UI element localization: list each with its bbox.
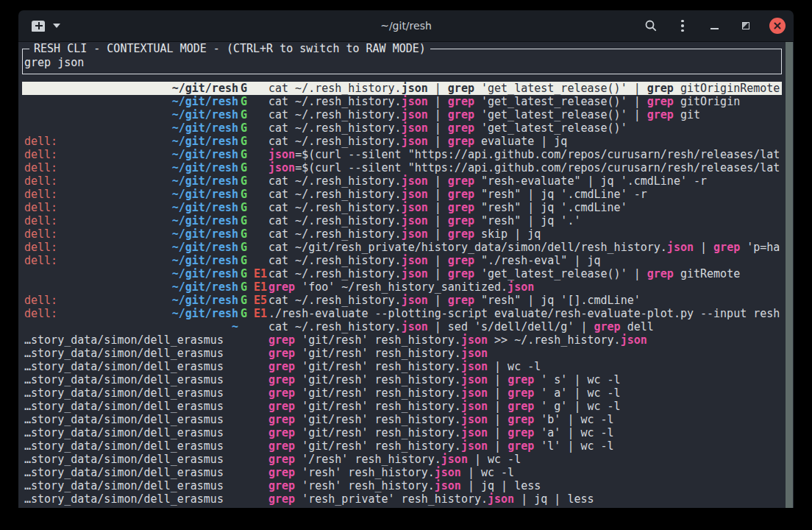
history-row[interactable]: dell:~/git/reshGcat ~/.resh_history.json…	[22, 227, 782, 241]
history-row[interactable]: ~/git/reshGcat ~/.resh_history.json | gr…	[22, 95, 782, 108]
row-left: …story_data/simon/dell_erasmus	[24, 413, 238, 426]
row-host: dell:	[24, 294, 57, 307]
history-row[interactable]: …story_data/simon/dell_erasmusgrep 'git/…	[22, 373, 782, 386]
row-command: grep 'git/resh' resh_history.json | grep…	[268, 439, 782, 453]
history-row[interactable]: …story_data/simon/dell_erasmusgrep 'git/…	[22, 386, 782, 400]
history-row[interactable]: dell:~/git/reshGcat ~/.resh_history.json…	[22, 201, 782, 214]
row-host: …story_data/simon/dell_erasmus	[24, 360, 224, 373]
row-left: dell:~/git/resh	[24, 227, 238, 241]
history-row[interactable]: …story_data/simon/dell_erasmusgrep 'resh…	[22, 492, 782, 506]
row-left: …story_data/simon/dell_erasmus	[24, 333, 238, 347]
row-command: cat ~/.resh_history.json | grep evaluate…	[268, 135, 782, 148]
history-row[interactable]: dell:~/git/reshGcat ~/.resh_history.json…	[22, 188, 782, 201]
history-row[interactable]: dell:~/git/reshGcat ~/.resh_history.json…	[22, 135, 782, 148]
row-host: …story_data/simon/dell_erasmus	[24, 453, 224, 466]
history-row[interactable]: ~/git/reshGcat ~/.resh_history.json | gr…	[22, 82, 782, 95]
row-command: cat ~/.resh_history.json | grep 'get_lat…	[268, 121, 782, 135]
row-left: dell:~/git/resh	[24, 201, 238, 214]
history-row[interactable]: …story_data/simon/dell_erasmusgrep '/res…	[22, 453, 782, 466]
row-path: ~/git/resh	[172, 294, 238, 307]
row-command: cat ~/.resh_history.json | grep "resh-ev…	[268, 174, 782, 188]
history-row[interactable]: …story_data/simon/dell_erasmusgrep 'git/…	[22, 413, 782, 426]
titlebar: ~/git/resh	[18, 10, 794, 42]
menu-button[interactable]	[674, 18, 691, 34]
row-flags: G E1	[238, 267, 268, 280]
row-command: cat ~/.resh_history.json | grep 'get_lat…	[268, 108, 782, 121]
row-path: ~/git/resh	[172, 82, 238, 95]
row-flags: G	[238, 148, 268, 161]
row-path: ~/git/resh	[172, 214, 238, 227]
history-row[interactable]: …story_data/simon/dell_erasmusgrep 'git/…	[22, 333, 782, 347]
row-host: …story_data/simon/dell_erasmus	[24, 347, 224, 360]
row-command: grep 'git/resh' resh_history.json | grep…	[268, 400, 782, 413]
history-row[interactable]: dell:~/git/reshGjson=$(curl --silent "ht…	[22, 161, 782, 174]
history-row[interactable]: dell:~/git/reshGcat ~/.resh_history.json…	[22, 254, 782, 267]
row-flags	[238, 386, 268, 400]
row-left: …story_data/simon/dell_erasmus	[24, 479, 238, 492]
row-path: ~/git/resh	[172, 201, 238, 214]
history-row[interactable]: ~/git/reshGcat ~/.resh_history.json | gr…	[22, 108, 782, 121]
row-left: ~/git/resh	[24, 95, 238, 108]
chevron-down-icon[interactable]	[53, 24, 60, 28]
search-button[interactable]	[643, 18, 659, 34]
history-row[interactable]: …story_data/simon/dell_erasmusgrep 'git/…	[22, 400, 782, 413]
history-row[interactable]: …story_data/simon/dell_erasmusgrep 'resh…	[22, 466, 782, 479]
row-command: grep 'git/resh' resh_history.json	[268, 347, 782, 360]
history-row[interactable]: dell:~/git/reshG E1./resh-evaluate --plo…	[22, 307, 782, 320]
history-list: ~/git/reshGcat ~/.resh_history.json | gr…	[22, 82, 782, 506]
history-row[interactable]: dell:~/git/reshGcat ~/.resh_history.json…	[22, 174, 782, 188]
search-icon	[644, 19, 658, 32]
terminal-content: RESH CLI - CONTEXTUAL MODE - (CTRL+R to …	[18, 42, 794, 508]
scrollbar[interactable]	[786, 42, 793, 508]
row-command: cat ~/.resh_history.json | grep 'get_lat…	[268, 95, 782, 108]
row-left: …story_data/simon/dell_erasmus	[24, 386, 238, 400]
row-flags	[238, 413, 268, 426]
row-host: dell:	[24, 161, 57, 174]
row-command: json=$(curl --silent "https://api.github…	[268, 161, 782, 174]
row-command: cat ~/.resh_history.json | grep 'get_lat…	[268, 82, 782, 95]
row-flags: G	[238, 82, 268, 95]
row-left: …story_data/simon/dell_erasmus	[24, 373, 238, 386]
history-row[interactable]: …story_data/simon/dell_erasmusgrep 'git/…	[22, 426, 782, 439]
history-row[interactable]: dell:~/git/reshGcat ~/.resh_history.json…	[22, 214, 782, 227]
row-command: cat ~/.resh_history.json | grep "resh" |…	[268, 214, 782, 227]
row-command: json=$(curl --silent "https://api.github…	[268, 148, 782, 161]
history-row[interactable]: ~/git/reshG E1cat ~/.resh_history.json |…	[22, 267, 782, 280]
plus-icon	[38, 22, 40, 29]
row-left: dell:~/git/resh	[24, 294, 238, 307]
search-query-input[interactable]: grep json	[23, 56, 781, 69]
row-left: …story_data/simon/dell_erasmus	[24, 426, 238, 439]
row-flags	[238, 453, 268, 466]
row-left: ~/git/resh	[24, 267, 238, 280]
new-tab-button[interactable]	[31, 20, 46, 32]
restore-button[interactable]	[738, 18, 754, 34]
history-row[interactable]: ~/git/reshGcat ~/.resh_history.json | gr…	[22, 121, 782, 135]
row-flags: G	[238, 214, 268, 227]
row-left: dell:~/git/resh	[24, 148, 238, 161]
history-row[interactable]: …story_data/simon/dell_erasmusgrep 'git/…	[22, 439, 782, 453]
row-left: dell:~/git/resh	[24, 188, 238, 201]
row-flags: G E1	[238, 280, 268, 294]
history-row[interactable]: …story_data/simon/dell_erasmusgrep 'git/…	[22, 347, 782, 360]
row-flags: G	[238, 241, 268, 254]
close-button[interactable]	[769, 18, 786, 34]
row-host: …story_data/simon/dell_erasmus	[24, 386, 224, 400]
history-row[interactable]: …story_data/simon/dell_erasmusgrep 'git/…	[22, 360, 782, 373]
row-command: grep 'git/resh' resh_history.json | grep…	[268, 373, 782, 386]
history-row[interactable]: dell:~/git/reshGjson=$(curl --silent "ht…	[22, 148, 782, 161]
row-host: …story_data/simon/dell_erasmus	[24, 373, 224, 386]
row-command: grep 'foo' ~/resh_history_sanitized.json	[268, 280, 782, 294]
row-left: …story_data/simon/dell_erasmus	[24, 453, 238, 466]
history-row[interactable]: ~cat ~/.resh_history.json | sed 's/dell/…	[22, 320, 782, 333]
row-left: …story_data/simon/dell_erasmus	[24, 400, 238, 413]
row-path: ~/git/resh	[172, 121, 238, 135]
row-path: ~/git/resh	[172, 267, 238, 280]
history-row[interactable]: dell:~/git/reshGcat ~/git/resh_private/h…	[22, 241, 782, 254]
row-left: dell:~/git/resh	[24, 307, 238, 320]
history-row[interactable]: …story_data/simon/dell_erasmusgrep 'resh…	[22, 479, 782, 492]
history-row[interactable]: dell:~/git/reshG E5cat ~/.resh_history.j…	[22, 294, 782, 307]
row-left: dell:~/git/resh	[24, 135, 238, 148]
history-row[interactable]: ~/git/reshG E1grep 'foo' ~/resh_history_…	[22, 280, 782, 294]
row-path: ~/git/resh	[172, 95, 238, 108]
minimize-button[interactable]	[706, 18, 722, 34]
